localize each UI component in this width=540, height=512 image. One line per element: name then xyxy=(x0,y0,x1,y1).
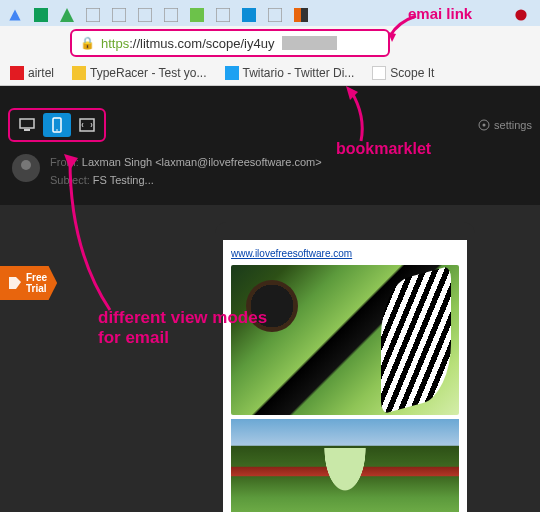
bookmark-airtel[interactable]: airtel xyxy=(10,66,54,80)
svg-rect-4 xyxy=(112,8,126,22)
svg-rect-5 xyxy=(138,8,152,22)
code-icon xyxy=(79,118,95,132)
tab[interactable] xyxy=(510,4,532,26)
mobile-icon xyxy=(52,117,62,133)
arrow-to-viewmodes xyxy=(60,150,130,319)
svg-rect-1 xyxy=(34,8,48,22)
tab[interactable] xyxy=(134,4,156,26)
tab[interactable] xyxy=(160,4,182,26)
mobile-view-button[interactable] xyxy=(43,113,71,137)
arrow-to-url xyxy=(388,12,428,46)
app-header-spacer xyxy=(0,86,540,104)
svg-marker-0 xyxy=(9,9,20,20)
svg-rect-15 xyxy=(24,129,30,131)
svg-marker-2 xyxy=(60,8,74,22)
svg-rect-11 xyxy=(294,8,301,22)
free-trial-badge[interactable]: FreeTrial xyxy=(0,266,57,300)
gear-icon xyxy=(478,119,490,131)
svg-rect-6 xyxy=(164,8,178,22)
tab[interactable] xyxy=(290,4,312,26)
svg-rect-3 xyxy=(86,8,100,22)
svg-rect-10 xyxy=(268,8,282,22)
svg-rect-9 xyxy=(242,8,256,22)
code-view-button[interactable] xyxy=(73,113,101,137)
svg-rect-14 xyxy=(20,119,34,128)
tab[interactable] xyxy=(186,4,208,26)
tab[interactable] xyxy=(212,4,234,26)
svg-point-17 xyxy=(56,129,58,131)
tag-icon xyxy=(8,276,22,290)
bookmarks-bar: airtel TypeRacer - Test yo... Twitario -… xyxy=(0,60,540,86)
tab[interactable] xyxy=(56,4,78,26)
avatar xyxy=(12,154,40,182)
view-mode-group xyxy=(8,108,106,142)
bookmark-scopeit[interactable]: Scope It xyxy=(372,66,434,80)
svg-marker-21 xyxy=(388,32,396,42)
tab[interactable] xyxy=(82,4,104,26)
svg-rect-8 xyxy=(216,8,230,22)
mobile-preview-frame: www.ilovefreesoftware.com xyxy=(215,222,475,512)
svg-point-20 xyxy=(483,124,486,127)
svg-marker-23 xyxy=(64,154,78,170)
desktop-icon xyxy=(19,118,35,132)
tab[interactable] xyxy=(4,4,26,26)
tab[interactable] xyxy=(264,4,286,26)
svg-rect-7 xyxy=(190,8,204,22)
tab[interactable] xyxy=(30,4,52,26)
tab[interactable] xyxy=(238,4,260,26)
preview-link[interactable]: www.ilovefreesoftware.com xyxy=(231,248,459,259)
tab[interactable] xyxy=(108,4,130,26)
url-redacted xyxy=(282,36,337,50)
app-toolbar: settings xyxy=(0,104,540,146)
arrow-to-bookmarklet xyxy=(336,86,386,150)
svg-rect-12 xyxy=(301,8,308,22)
bookmark-typeracer[interactable]: TypeRacer - Test yo... xyxy=(72,66,207,80)
settings-link[interactable]: settings xyxy=(478,119,532,131)
bookmark-twitario[interactable]: Twitario - Twitter Di... xyxy=(225,66,355,80)
desktop-view-button[interactable] xyxy=(13,113,41,137)
url-box[interactable]: 🔒 https://litmus.com/scope/iy4uy xyxy=(70,29,390,57)
svg-point-13 xyxy=(515,9,526,20)
email-image-2 xyxy=(231,419,459,512)
address-bar-row: 🔒 https://litmus.com/scope/iy4uy xyxy=(0,26,540,60)
lock-icon: 🔒 xyxy=(80,36,95,50)
url-text: https://litmus.com/scope/iy4uy xyxy=(101,34,274,52)
